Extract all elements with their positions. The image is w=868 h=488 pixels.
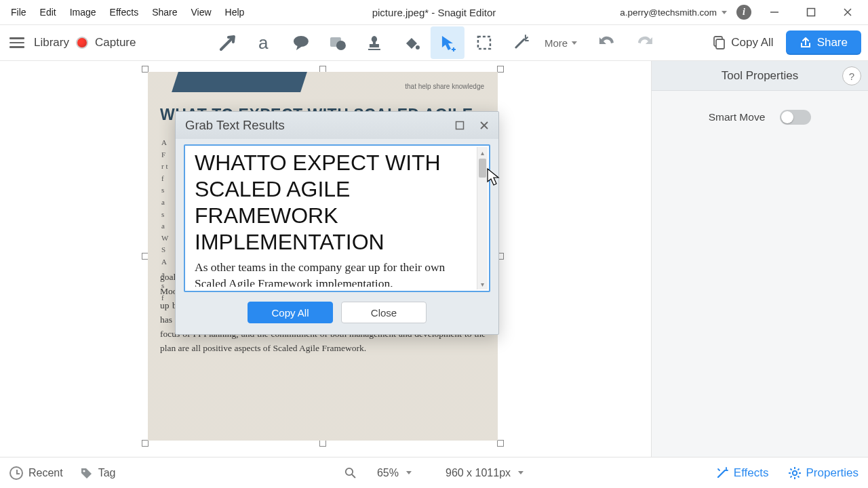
account-dropdown[interactable]: a.perry@techsmith.com xyxy=(620,7,727,18)
window-maximize-button[interactable] xyxy=(797,3,825,22)
scroll-up-icon[interactable]: ▴ xyxy=(477,147,488,158)
svg-point-5 xyxy=(294,36,309,47)
dialog-scrollbar[interactable]: ▴ ▾ xyxy=(477,147,488,289)
svg-point-23 xyxy=(346,468,353,474)
move-tool-icon[interactable] xyxy=(431,26,465,59)
svg-rect-8 xyxy=(368,49,380,50)
menu-bar: File Edit Image Effects Share View Help … xyxy=(0,0,868,24)
svg-line-28 xyxy=(718,469,719,470)
dialog-maximize-icon[interactable] xyxy=(455,121,465,130)
text-tool-icon[interactable]: a xyxy=(248,26,281,59)
document-header-text: that help share knowledge xyxy=(405,83,484,90)
chevron-down-icon xyxy=(518,471,524,474)
stamp-tool-icon[interactable] xyxy=(357,26,391,59)
menu-share[interactable]: Share xyxy=(145,3,184,22)
toolbar: Library Capture a Mor xyxy=(0,24,868,61)
menu-file[interactable]: File xyxy=(4,3,33,22)
menu-help[interactable]: Help xyxy=(218,3,252,22)
dialog-close-icon[interactable] xyxy=(479,121,489,130)
zoom-value: 65% xyxy=(377,467,399,479)
tool-icon-row: a More xyxy=(211,24,657,61)
scroll-down-icon[interactable]: ▾ xyxy=(477,279,488,289)
document-left-letters: A F r t f s a s a W S A a s f xyxy=(161,137,168,304)
svg-point-9 xyxy=(416,45,420,49)
window-title: picture.jpeg* - Snagit Editor xyxy=(372,7,496,18)
smart-move-toggle[interactable] xyxy=(780,110,811,125)
svg-line-24 xyxy=(352,474,355,478)
resize-handle[interactable] xyxy=(142,440,149,447)
menu-view[interactable]: View xyxy=(184,3,218,22)
library-button[interactable]: Library xyxy=(34,36,69,49)
callout-tool-icon[interactable] xyxy=(284,26,318,59)
status-bar: Recent Tag 65% 960 x 1011px Effects Prop… xyxy=(0,457,868,488)
effects-label: Effects xyxy=(734,466,769,480)
clock-icon xyxy=(9,466,23,480)
smart-move-label: Smart Move xyxy=(709,111,766,123)
tag-icon xyxy=(79,466,93,480)
svg-text:a: a xyxy=(258,33,269,53)
properties-button[interactable]: Properties xyxy=(788,466,859,480)
selection-tool-icon[interactable] xyxy=(467,26,501,59)
shape-tool-icon[interactable] xyxy=(321,26,355,59)
svg-point-29 xyxy=(792,470,796,474)
help-icon[interactable]: ? xyxy=(842,66,861,85)
redo-button[interactable] xyxy=(634,34,657,52)
recent-label: Recent xyxy=(28,467,63,479)
search-icon xyxy=(344,467,357,479)
canvas-area[interactable]: that help share knowledge WHAT TO EXPECT… xyxy=(0,61,651,457)
zoom-control[interactable]: 65% xyxy=(344,467,412,479)
effects-button[interactable]: Effects xyxy=(715,466,769,480)
copy-all-button[interactable]: Copy All xyxy=(708,33,777,52)
more-label: More xyxy=(545,37,568,49)
tag-button[interactable]: Tag xyxy=(79,466,116,480)
svg-line-35 xyxy=(797,476,799,477)
window-minimize-button[interactable] xyxy=(761,3,788,22)
document-graphic xyxy=(172,72,307,92)
fill-tool-icon[interactable] xyxy=(394,26,428,59)
menu-image[interactable]: Image xyxy=(63,3,103,22)
toggle-knob xyxy=(781,111,793,123)
dialog-titlebar[interactable]: Grab Text Results xyxy=(176,112,498,139)
menu-effects[interactable]: Effects xyxy=(103,3,146,22)
copy-all-label: Copy All xyxy=(731,36,773,49)
hamburger-menu-icon[interactable] xyxy=(7,35,27,51)
svg-rect-18 xyxy=(716,39,724,49)
svg-line-25 xyxy=(718,470,725,477)
copy-icon xyxy=(712,36,726,49)
svg-line-13 xyxy=(516,39,524,47)
chevron-down-icon xyxy=(722,11,727,14)
svg-line-34 xyxy=(790,468,791,470)
scroll-thumb[interactable] xyxy=(479,159,486,178)
svg-rect-12 xyxy=(478,37,490,49)
properties-panel: Tool Properties ? Smart Move xyxy=(651,61,868,457)
more-tools-dropdown[interactable]: More xyxy=(540,37,581,49)
record-icon[interactable] xyxy=(76,37,88,49)
window-close-button[interactable] xyxy=(834,3,861,22)
dimensions-control[interactable]: 960 x 1011px xyxy=(446,467,524,479)
share-button[interactable]: Share xyxy=(786,30,861,55)
dimensions-value: 960 x 1011px xyxy=(446,467,511,479)
dialog-close-button[interactable]: Close xyxy=(341,302,427,323)
resize-handle[interactable] xyxy=(497,66,504,73)
arrow-tool-icon[interactable] xyxy=(211,26,245,59)
resize-handle[interactable] xyxy=(497,440,504,447)
properties-label: Properties xyxy=(806,466,859,480)
wand-icon xyxy=(715,466,729,480)
dialog-copy-all-button[interactable]: Copy All xyxy=(248,302,333,323)
magic-wand-tool-icon[interactable] xyxy=(504,26,538,59)
gear-icon xyxy=(788,466,802,480)
account-email: a.perry@techsmith.com xyxy=(620,7,717,18)
grab-text-dialog: Grab Text Results WHATTO EXPECT WITH SCA… xyxy=(175,111,499,335)
dialog-text-area[interactable]: WHATTO EXPECT WITH SCALED AGILE FRAMEWOR… xyxy=(184,144,490,292)
svg-line-37 xyxy=(790,476,791,477)
info-icon[interactable]: i xyxy=(736,5,751,20)
undo-button[interactable] xyxy=(595,34,618,52)
dialog-extracted-paragraph: As other teams in the company gear up fo… xyxy=(195,260,474,287)
resize-handle[interactable] xyxy=(319,440,326,447)
capture-button[interactable]: Capture xyxy=(95,36,136,49)
chevron-down-icon xyxy=(572,41,577,45)
recent-button[interactable]: Recent xyxy=(9,466,63,480)
menu-edit[interactable]: Edit xyxy=(33,3,63,22)
properties-panel-title: Tool Properties ? xyxy=(652,61,868,91)
share-icon xyxy=(800,37,812,49)
